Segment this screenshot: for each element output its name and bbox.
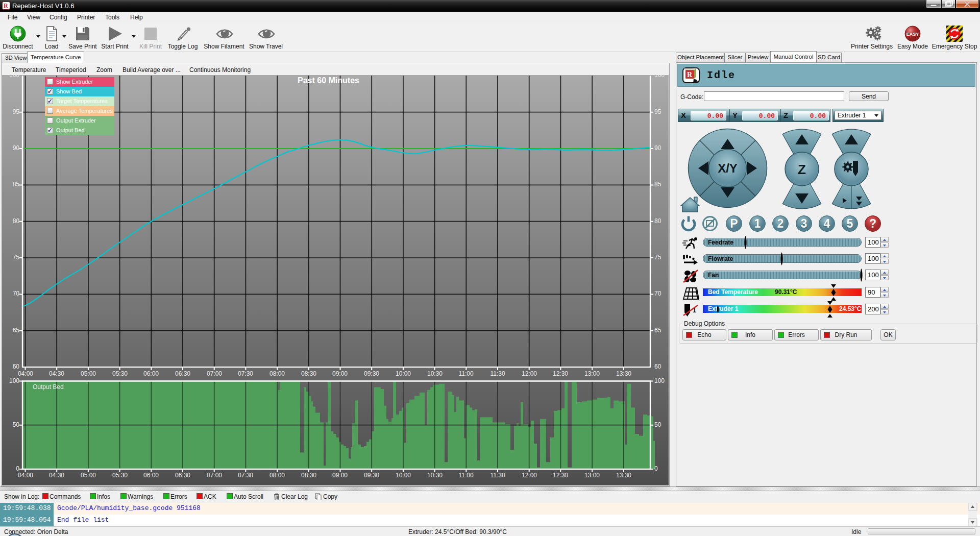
svg-text:EASY: EASY bbox=[906, 32, 919, 37]
